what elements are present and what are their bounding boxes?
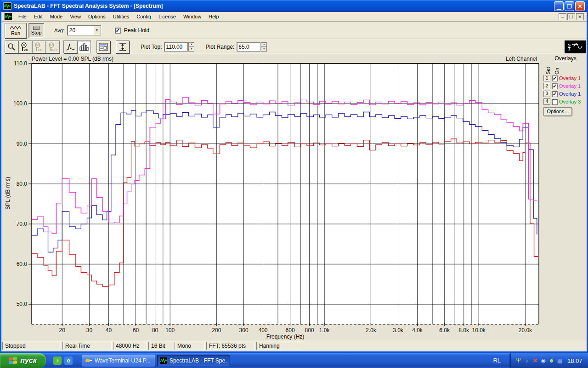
overlay-on-checkbox-1[interactable]: ✓ — [552, 75, 558, 81]
zoom-out-full-button: OUTFULL — [46, 40, 60, 53]
audio-device-icon[interactable]: ♪ — [53, 356, 62, 365]
minimize-button[interactable]: ▁ — [554, 1, 564, 11]
avg-label: Avg: — [54, 28, 64, 33]
peak-hold-checkbox[interactable]: ✓ — [115, 28, 121, 34]
x-tick-label: 2.0k — [366, 327, 377, 334]
menu-item-license[interactable]: License — [155, 12, 180, 21]
window-title: SpectraLAB - FFT Spectral Analysis Syste… — [14, 3, 163, 9]
spectrum-child-icon[interactable] — [4, 13, 12, 20]
x-tick-label: 60 — [133, 327, 139, 334]
taskbar: пуск ♪e WaveTerminal-U24 P...SpectraLAB … — [0, 353, 588, 368]
x-tick-label: 800 — [305, 327, 314, 334]
overlay-set-button-1[interactable]: 1 — [543, 75, 550, 81]
status-field-3: 16 Bit — [148, 342, 173, 350]
chevron-down-icon[interactable]: ▼ — [93, 26, 101, 35]
x-tick-label: 100 — [165, 327, 175, 334]
status-field-1: Real Time — [62, 342, 112, 350]
menu-item-help[interactable]: Help — [205, 12, 223, 21]
menu-item-utilities[interactable]: Utilities — [109, 12, 133, 21]
overlay-on-checkbox-2[interactable]: ✓ — [552, 83, 558, 89]
start-button[interactable]: пуск — [0, 353, 46, 368]
signal-generator-button[interactable]: ST — [565, 40, 586, 53]
overlay-row: 1✓Overlay 1 — [543, 75, 588, 82]
x-tick-label: 20.0k — [519, 327, 532, 334]
maximize-button[interactable]: ❐ — [565, 1, 574, 11]
x-tick-label: 600 — [286, 327, 295, 334]
stop-button[interactable]: Stop — [28, 23, 44, 38]
status-field-0: Stopped — [2, 342, 61, 350]
overlay-on-checkbox-4[interactable] — [552, 99, 558, 105]
spin-up-icon: ▲ — [261, 42, 267, 47]
menu-item-edit[interactable]: Edit — [30, 12, 46, 21]
internet-explorer-icon[interactable]: e — [64, 356, 73, 365]
menu-item-file[interactable]: File — [15, 12, 30, 21]
peak-curve-icon — [66, 43, 75, 51]
x-tick-label: 40 — [106, 327, 112, 334]
keyboard-icon[interactable]: ▦ — [556, 357, 564, 365]
overlay-set-button-4[interactable]: 4 — [543, 98, 550, 105]
task-label: SpectraLAB - FFT Spe... — [170, 357, 227, 364]
overlay-row: 4Overlay 3 — [543, 98, 588, 105]
overlay-set-button-3[interactable]: 3 — [543, 91, 550, 97]
x-axis-title: Frequency (Hz) — [266, 334, 305, 340]
mdi-close-button[interactable]: ✕ — [576, 13, 584, 20]
volume-icon[interactable]: ♪ — [523, 357, 531, 365]
avg-combo[interactable]: 20 ▼ — [67, 25, 101, 35]
overlay-label: Overlay 3 — [559, 99, 581, 104]
plot-top-input[interactable]: 110.00 — [164, 42, 188, 52]
menu-item-window[interactable]: Window — [180, 12, 205, 21]
mdi-minimize-button[interactable]: – — [559, 13, 566, 20]
usb-icon[interactable]: Ψ — [514, 357, 522, 365]
plot-range-label: Plot Range: — [205, 44, 234, 50]
x-tick-label: 80 — [152, 327, 158, 334]
x-tick-label: 300 — [239, 327, 248, 334]
overlay-rows: 1✓Overlay 12✓Overlay 13✓Overlay 14Overla… — [543, 75, 588, 105]
display-error-icon[interactable]: ✖ — [531, 357, 539, 365]
task-button-0[interactable]: WaveTerminal-U24 P... — [82, 355, 155, 367]
y-tick-label: 110.0 — [14, 60, 27, 67]
line-plot-button[interactable] — [63, 40, 77, 53]
plot-top-spinner[interactable]: ▲▼ — [188, 42, 194, 52]
bar-chart-icon — [79, 43, 89, 51]
zoom-in-2x-button[interactable]: IN2X — [18, 40, 32, 53]
spectrum-plot[interactable]: 110.0100.090.080.070.060.050.02030406080… — [1, 54, 543, 340]
plot-panel: Power Level = 0.00 SPL (dB rms) Left Cha… — [1, 54, 587, 340]
plot-background — [32, 63, 539, 324]
close-button[interactable]: ✕ — [575, 1, 585, 11]
peak-hold-label: Peak Hold — [124, 27, 149, 34]
spin-down-icon: ▼ — [188, 47, 194, 52]
run-button[interactable]: Run — [5, 23, 27, 38]
menu-item-config[interactable]: Config — [133, 12, 155, 21]
overlay-set-button-2[interactable]: 2 — [543, 83, 550, 89]
overlays-title: Overlays — [543, 55, 588, 62]
language-indicator[interactable]: RL — [493, 353, 501, 368]
zoom-out-icon: OUT2X — [34, 42, 44, 52]
app-tray-icon[interactable]: ☻ — [548, 357, 555, 365]
plot-range-input[interactable]: 65.0 — [237, 42, 260, 52]
tray-icons: Ψ♪✖◉☻▦ — [514, 357, 564, 365]
menu-item-view[interactable]: View — [66, 12, 85, 21]
menu-item-mode[interactable]: Mode — [46, 12, 67, 21]
taskbar-separator — [47, 356, 49, 366]
menu-item-options[interactable]: Options — [85, 12, 109, 21]
run-toolbar: Run Stop Avg: 20 ▼ ✓ Peak Hold — [1, 22, 587, 39]
task-button-1[interactable]: SpectraLAB - FFT Spe... — [157, 355, 230, 367]
taskbar-separator — [77, 356, 79, 366]
overlay-on-checkbox-3[interactable]: ✓ — [552, 91, 558, 97]
x-tick-label: 8.0k — [458, 327, 469, 334]
spin-down-icon: ▼ — [261, 47, 267, 52]
bar-plot-button[interactable] — [77, 40, 91, 53]
display-options-button[interactable] — [96, 40, 110, 53]
overlay-options-button[interactable]: Options... — [543, 107, 572, 116]
scale-range-button[interactable] — [116, 40, 130, 53]
y-tick-label: 50.0 — [17, 301, 28, 307]
mdi-restore-button[interactable]: ❐ — [567, 13, 575, 20]
status-bar: StoppedReal Time48000 Hz16 BitMonoFFT: 6… — [1, 340, 587, 351]
spin-up-icon: ▲ — [188, 42, 194, 47]
stop-icon — [33, 26, 40, 30]
zoom-full-icon: OUTFULL — [48, 42, 58, 52]
mixer-icon[interactable]: ◉ — [539, 357, 547, 365]
zoom-cursor-button[interactable] — [5, 40, 18, 53]
plot-range-spinner[interactable]: ▲▼ — [261, 42, 267, 52]
start-label: пуск — [20, 356, 37, 365]
